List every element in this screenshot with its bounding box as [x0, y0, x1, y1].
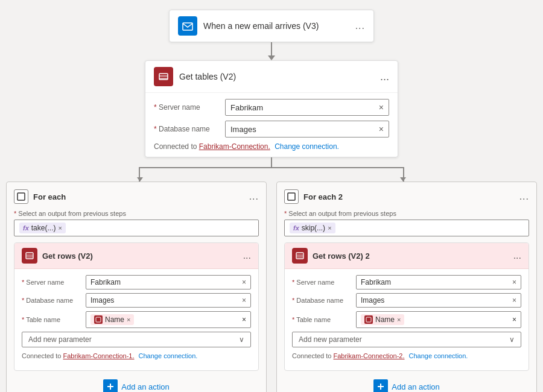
- gr2-db-label: Database name: [292, 297, 352, 304]
- branch-connector: [6, 157, 537, 182]
- email-icon: [182, 20, 194, 32]
- svg-rect-12: [296, 253, 303, 259]
- gr2-chevron-icon: ∨: [509, 335, 515, 344]
- loop-icon-2: [287, 192, 296, 201]
- gr1-chevron-icon: ∨: [239, 335, 244, 344]
- vert-line: [271, 157, 272, 167]
- gr2-db-clear[interactable]: ×: [512, 296, 516, 305]
- gr1-server-input[interactable]: Fabrikam ×: [86, 275, 251, 289]
- svg-rect-0: [183, 23, 192, 30]
- db-icon-2: [295, 251, 305, 261]
- gr1-db-label: Database name: [22, 297, 82, 304]
- foreach-2-header: For each 2 ...: [284, 189, 529, 204]
- gr2-server-row: Server name Fabrikam ×: [292, 275, 521, 289]
- gr1-change-conn[interactable]: Change connection.: [139, 352, 198, 359]
- db-icon-1: [25, 251, 34, 261]
- get-rows-2-more-btn[interactable]: ...: [513, 251, 521, 261]
- fx-icon-1: fx: [23, 224, 29, 232]
- foreach-1-tag-close[interactable]: ×: [58, 224, 62, 232]
- gr2-conn-name[interactable]: Fabrikam-Connection-2.: [334, 352, 405, 359]
- gr2-tag-icon: [364, 315, 373, 324]
- branches-row: For each ... Select an output from previ…: [6, 182, 537, 392]
- foreach-2-output-label: Select an output from previous steps: [284, 210, 529, 217]
- gr2-db-value: Images: [361, 296, 384, 305]
- gr1-db-input[interactable]: Images ×: [86, 293, 251, 308]
- foreach-1-output-label: Select an output from previous steps: [14, 210, 259, 217]
- gr1-connection-info: Connected to Fabrikam-Connection-1. Chan…: [22, 352, 251, 359]
- gr1-tag-icon: [94, 315, 103, 324]
- foreach-2-tag-close[interactable]: ×: [328, 224, 331, 232]
- add-icon-svg-2: [376, 382, 385, 391]
- gr2-table-input[interactable]: Name × ×: [356, 311, 521, 328]
- gr2-connection-info: Connected to Fabrikam-Connection-2. Chan…: [292, 352, 521, 359]
- gr1-db-clear[interactable]: ×: [242, 296, 246, 305]
- gr2-add-param-btn[interactable]: Add new parameter ∨: [292, 332, 521, 347]
- gr2-table-tag-close[interactable]: ×: [397, 316, 401, 323]
- gr1-table-row: Table name Name ×: [22, 311, 251, 328]
- gr1-server-value: Fabrikam: [91, 278, 121, 286]
- foreach-1-tag-input[interactable]: fx take(...) ×: [14, 220, 259, 236]
- gr1-db-value: Images: [91, 296, 114, 305]
- gr2-table-row: Table name Name ×: [292, 311, 521, 328]
- right-branch-arrow: [400, 177, 406, 182]
- gr1-name-tag: Name ×: [91, 314, 134, 325]
- gr2-db-input[interactable]: Images ×: [356, 293, 521, 308]
- gr2-change-conn[interactable]: Change connection.: [409, 352, 468, 359]
- foreach-1-add-action-btn[interactable]: Add an action: [14, 376, 259, 392]
- get-tables-title: Get tables (V2): [179, 72, 374, 81]
- foreach-2-tag-input[interactable]: fx skip(...) ×: [284, 220, 529, 236]
- get-tables-more-btn[interactable]: ...: [380, 71, 389, 82]
- svg-rect-11: [288, 193, 295, 200]
- connection-name-link[interactable]: Fabrikam-Connection.: [199, 142, 270, 151]
- foreach-2-container: For each 2 ... Select an output from pre…: [276, 182, 537, 392]
- database-name-row: Database name Images ×: [154, 121, 389, 138]
- gr2-conn-text: Connected to: [292, 352, 331, 359]
- get-rows-1-header: Get rows (V2) ...: [14, 243, 258, 269]
- get-rows-2-body: Server name Fabrikam × Database name Ima…: [285, 269, 529, 370]
- get-tables-icon-box: [154, 67, 173, 86]
- foreach-1-add-action-label: Add an action: [121, 382, 170, 391]
- gr2-table-clear[interactable]: ×: [512, 315, 516, 324]
- gr2-db-row: Database name Images ×: [292, 293, 521, 308]
- db-icon: [157, 71, 170, 83]
- get-rows-1-more-btn[interactable]: ...: [243, 251, 251, 261]
- gr1-table-input[interactable]: Name × ×: [86, 311, 251, 328]
- gr2-server-input[interactable]: Fabrikam ×: [356, 275, 521, 289]
- gr1-conn-name[interactable]: Fabrikam-Connection-1.: [63, 352, 135, 359]
- gr1-table-tag-close[interactable]: ×: [127, 316, 130, 323]
- foreach-2-more-btn[interactable]: ...: [519, 192, 529, 201]
- foreach-1-title: For each: [33, 192, 244, 201]
- gr2-table-label: Table name: [292, 316, 352, 323]
- svg-rect-8: [96, 317, 101, 322]
- foreach-2-add-action-label: Add an action: [392, 382, 440, 391]
- fx-icon-2: fx: [293, 224, 299, 232]
- get-tables-header: Get tables (V2) ...: [145, 61, 398, 93]
- db-tag-icon-1: [95, 317, 101, 323]
- database-name-clear[interactable]: ×: [379, 124, 384, 134]
- foreach-1-more-btn[interactable]: ...: [249, 192, 259, 201]
- gr1-db-row: Database name Images ×: [22, 293, 251, 308]
- gr1-server-label: Server name: [22, 279, 82, 286]
- gr1-add-param-btn[interactable]: Add new parameter ∨: [22, 332, 251, 347]
- trigger-more-btn[interactable]: ...: [355, 21, 365, 31]
- gr2-add-param-label: Add new parameter: [299, 335, 362, 344]
- get-rows-2-icon: [292, 248, 308, 264]
- left-branch-arrow: [137, 177, 143, 182]
- get-rows-2-header: Get rows (V2) 2 ...: [285, 243, 529, 269]
- server-name-value: Fabrikam: [230, 103, 263, 112]
- gr2-table-value: Name: [375, 315, 395, 324]
- svg-rect-15: [366, 317, 371, 322]
- server-name-input[interactable]: Fabrikam ×: [225, 99, 389, 116]
- get-rows-1-body: Server name Fabrikam × Database name Ima…: [14, 269, 258, 370]
- database-name-input[interactable]: Images ×: [225, 121, 389, 138]
- db-tag-icon-2: [366, 317, 372, 323]
- change-connection-link[interactable]: Change connection.: [275, 142, 339, 151]
- server-name-clear[interactable]: ×: [379, 103, 384, 112]
- gr1-server-clear[interactable]: ×: [242, 278, 246, 286]
- gr1-table-clear[interactable]: ×: [242, 315, 246, 324]
- get-tables-card: Get tables (V2) ... Server name Fabrikam…: [145, 60, 398, 157]
- foreach-2-add-action-btn[interactable]: Add an action: [284, 376, 529, 392]
- gr2-server-clear[interactable]: ×: [512, 278, 516, 286]
- trigger-card: When a new email arrives (V3) ...: [169, 10, 374, 42]
- foreach-1-tag: fx take(...) ×: [19, 223, 66, 233]
